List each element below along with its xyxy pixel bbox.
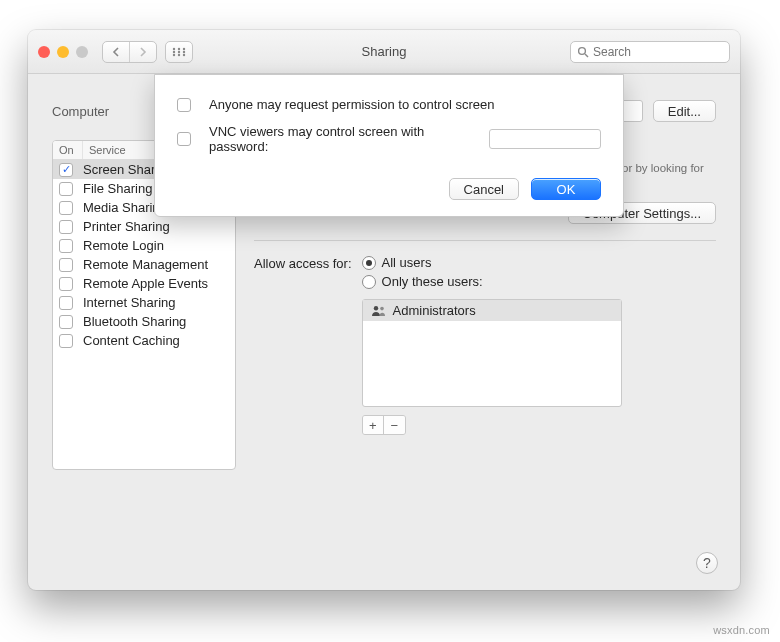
traffic-lights — [38, 46, 88, 58]
col-header-on: On — [53, 141, 83, 159]
svg-point-9 — [579, 47, 586, 54]
search-field[interactable] — [570, 41, 730, 63]
service-label: Printer Sharing — [83, 219, 170, 234]
checkbox[interactable] — [59, 201, 73, 215]
show-all-button[interactable] — [165, 41, 193, 63]
list-item[interactable]: Administrators — [363, 300, 621, 321]
option-label: VNC viewers may control screen with pass… — [209, 124, 481, 154]
svg-point-0 — [173, 47, 175, 49]
help-button[interactable]: ? — [696, 552, 718, 574]
svg-point-11 — [373, 306, 377, 310]
service-row[interactable]: Remote Apple Events — [53, 274, 235, 293]
checkbox[interactable] — [59, 334, 73, 348]
checkbox[interactable] — [177, 98, 191, 112]
checkbox[interactable] — [59, 296, 73, 310]
allow-access-label: Allow access for: — [254, 255, 352, 435]
watermark: wsxdn.com — [713, 624, 770, 636]
users-list: Administrators — [362, 299, 622, 407]
service-row[interactable]: Bluetooth Sharing — [53, 312, 235, 331]
preferences-window: Sharing Computer Edit... On Service ✓Scr… — [28, 30, 740, 590]
search-icon — [577, 46, 589, 58]
service-label: Bluetooth Sharing — [83, 314, 186, 329]
service-label: Remote Apple Events — [83, 276, 208, 291]
option-anyone-request[interactable]: Anyone may request permission to control… — [177, 97, 601, 112]
service-label: Remote Login — [83, 238, 164, 253]
service-row[interactable]: Remote Login — [53, 236, 235, 255]
cancel-button[interactable]: Cancel — [449, 178, 519, 200]
service-label: File Sharing — [83, 181, 152, 196]
svg-point-5 — [183, 50, 185, 52]
service-row[interactable]: Remote Management — [53, 255, 235, 274]
service-row[interactable]: Content Caching — [53, 331, 235, 350]
service-label: Content Caching — [83, 333, 180, 348]
users-icon — [371, 305, 387, 317]
radio-icon — [362, 275, 376, 289]
svg-point-3 — [173, 50, 175, 52]
svg-line-10 — [585, 54, 588, 57]
option-label: Anyone may request permission to control… — [209, 97, 494, 112]
radio-icon — [362, 256, 376, 270]
radio-all-label: All users — [382, 255, 432, 270]
search-input[interactable] — [593, 45, 740, 59]
svg-point-12 — [380, 306, 384, 310]
svg-point-7 — [178, 53, 180, 55]
svg-point-8 — [183, 53, 185, 55]
checkbox[interactable] — [59, 220, 73, 234]
svg-point-1 — [178, 47, 180, 49]
svg-point-2 — [183, 47, 185, 49]
checkbox[interactable]: ✓ — [59, 163, 73, 177]
checkbox[interactable] — [59, 258, 73, 272]
nav-back-forward — [102, 41, 157, 63]
close-icon[interactable] — [38, 46, 50, 58]
checkbox[interactable] — [59, 239, 73, 253]
ok-button[interactable]: OK — [531, 178, 601, 200]
service-row[interactable]: Printer Sharing — [53, 217, 235, 236]
checkbox[interactable] — [177, 132, 191, 146]
back-button[interactable] — [103, 42, 129, 62]
service-row[interactable]: Internet Sharing — [53, 293, 235, 312]
checkbox[interactable] — [59, 182, 73, 196]
radio-only-users[interactable]: Only these users: — [362, 274, 622, 289]
svg-point-4 — [178, 50, 180, 52]
vnc-password-field[interactable] — [489, 129, 601, 149]
radio-only-label: Only these users: — [382, 274, 483, 289]
zoom-icon[interactable] — [76, 46, 88, 58]
remove-button[interactable]: − — [383, 416, 405, 434]
col-header-service: Service — [83, 141, 132, 159]
svg-point-6 — [173, 53, 175, 55]
service-label: Internet Sharing — [83, 295, 176, 310]
radio-all-users[interactable]: All users — [362, 255, 622, 270]
options-sheet: Anyone may request permission to control… — [154, 74, 624, 217]
user-group-label: Administrators — [393, 303, 476, 318]
forward-button[interactable] — [129, 42, 156, 62]
allow-access-row: Allow access for: All users Only these u… — [254, 255, 716, 435]
option-vnc-password[interactable]: VNC viewers may control screen with pass… — [177, 124, 601, 154]
add-button[interactable]: + — [363, 416, 384, 434]
computer-name-label: Computer — [52, 104, 109, 119]
checkbox[interactable] — [59, 277, 73, 291]
add-remove-users: + − — [362, 415, 406, 435]
service-label: Remote Management — [83, 257, 208, 272]
checkbox[interactable] — [59, 315, 73, 329]
edit-button[interactable]: Edit... — [653, 100, 716, 122]
minimize-icon[interactable] — [57, 46, 69, 58]
titlebar: Sharing — [28, 30, 740, 74]
